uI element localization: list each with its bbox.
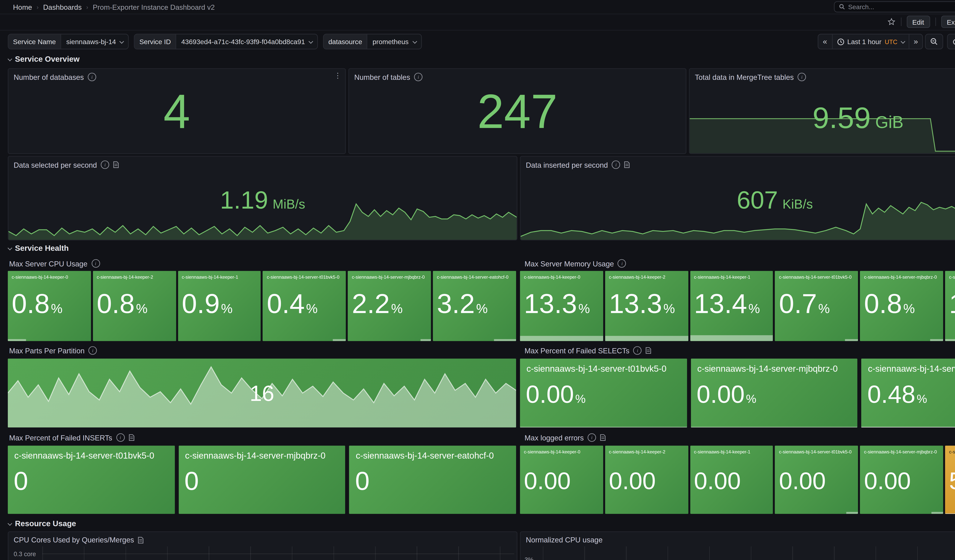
breadcrumb-home[interactable]: Home xyxy=(13,3,32,11)
chevron-down-icon xyxy=(120,39,124,43)
stat-tile[interactable]: c-siennaaws-bj-14-keeper-2 0.00 xyxy=(605,446,688,514)
divider xyxy=(935,17,936,26)
variable-value: siennaaws-bj-14 xyxy=(66,38,116,45)
stat-tile[interactable]: c-siennaaws-bj-14-server-eatohcf-0 0 xyxy=(349,446,516,514)
export-button[interactable]: Export xyxy=(941,16,955,28)
timezone-label: UTC xyxy=(885,38,897,45)
parts-per-partition-tile[interactable]: 16 xyxy=(8,359,516,428)
panel-title[interactable]: Total data in MergeTree tables xyxy=(695,73,794,81)
panel-number-of-databases: Number of databasesi ⋮ 4 xyxy=(8,68,346,154)
info-icon: i xyxy=(612,160,620,169)
tile-label: c-siennaaws-bj-14-keeper-2 xyxy=(93,271,176,280)
stat-tile[interactable]: c-siennaaws-bj-14-server-t01bvk5-0 0.7% xyxy=(775,271,858,341)
stat-value: 607 KiB/s xyxy=(521,188,955,213)
stat-tile[interactable]: c-siennaaws-bj-14-server-mjbqbrz-0 0.00% xyxy=(690,359,857,428)
edit-button[interactable]: Edit xyxy=(906,16,930,28)
panel-title-max-cpu[interactable]: Max Server CPU Usagei xyxy=(9,259,100,267)
tile-label: c-siennaaws-bj-14-keeper-1 xyxy=(178,271,261,280)
breadcrumb-separator-icon: › xyxy=(37,4,39,10)
time-range-picker[interactable]: Last 1 hour UTC xyxy=(831,34,908,49)
stat-tile[interactable]: c-siennaaws-bj-14-keeper-1 13.4% xyxy=(690,271,773,341)
stat-tile[interactable]: c-siennaaws-bj-14-keeper-0 13.3% xyxy=(520,271,603,341)
cpu-usage-tiles: c-siennaaws-bj-14-keeper-0 0.8% c-sienna… xyxy=(8,271,516,341)
panel-title[interactable]: Number of tables xyxy=(354,73,410,81)
section-service-health[interactable]: Service Health xyxy=(8,244,69,253)
panel-title-max-memory[interactable]: Max Server Memory Usagei xyxy=(524,259,626,267)
tile-label: c-siennaaws-bj-14-server-eatohcf-0 xyxy=(433,271,516,280)
chevron-down-icon xyxy=(8,56,12,61)
panel-links-icon[interactable] xyxy=(624,161,630,168)
panel-title[interactable]: Normalized CPU usage xyxy=(526,536,603,544)
tile-label: c-siennaaws-bj-14-server-mjbqbrz-0 xyxy=(178,446,345,462)
info-icon: i xyxy=(88,346,97,355)
info-icon: i xyxy=(414,73,423,81)
stat-tile[interactable]: c-siennaaws-bj-14-keeper-1 0.00 xyxy=(690,446,773,514)
tile-label: c-siennaaws-bj-14-server-mjbqbrz-0 xyxy=(860,446,943,455)
tile-label: c-siennaaws-bj-14-server-mjbqbrz-0 xyxy=(860,271,943,280)
tile-label: c-siennaaws-bj-14-server-t01bvk5-0 xyxy=(775,446,858,455)
tile-label: c-siennaaws-bj-14-server-eatohcf-0 xyxy=(945,271,955,280)
panel-title[interactable]: CPU Cores Used by Queries/Merges xyxy=(14,536,134,544)
stat-tile[interactable]: c-siennaaws-bj-14-server-eatohcf-0 1.4% xyxy=(945,271,955,341)
refresh-button[interactable]: Refresh xyxy=(948,34,955,49)
panel-title[interactable]: Data selected per second xyxy=(14,161,97,169)
stat-tile[interactable]: c-siennaaws-bj-14-server-t01bvk5-0 0.00% xyxy=(520,359,687,428)
panel-links-icon[interactable] xyxy=(600,434,606,441)
tile-sparkline xyxy=(333,339,346,341)
stat-value: 247 xyxy=(349,69,686,153)
tile-label: c-siennaaws-bj-14-keeper-2 xyxy=(605,446,688,455)
time-shift-back-button[interactable]: « xyxy=(818,34,831,49)
section-resource-usage[interactable]: Resource Usage xyxy=(8,519,76,528)
stat-tile[interactable]: c-siennaaws-bj-14-server-mjbqbrz-0 2.2% xyxy=(348,271,431,341)
stat-tile[interactable]: c-siennaaws-bj-14-keeper-1 0.9% xyxy=(178,271,261,341)
tile-sparkline xyxy=(847,512,858,514)
breadcrumb-dashboards[interactable]: Dashboards xyxy=(43,3,82,11)
stat-tile[interactable]: c-siennaaws-bj-14-server-mjbqbrz-0 0 xyxy=(178,446,345,514)
time-zoom-out-button[interactable] xyxy=(926,34,942,49)
time-shift-forward-button[interactable]: » xyxy=(908,34,922,49)
stat-tile[interactable]: c-siennaaws-bj-14-server-t01bvk5-0 0.00 xyxy=(775,446,858,514)
variable-service-name[interactable]: Service Name siennaaws-bj-14 xyxy=(8,34,129,50)
stat-tile[interactable]: c-siennaaws-bj-14-server-eatohcf-0 0.48% xyxy=(861,359,955,428)
variable-datasource[interactable]: datasource prometheus xyxy=(323,34,421,50)
stat-tile[interactable]: c-siennaaws-bj-14-keeper-2 13.3% xyxy=(605,271,688,341)
stat-tile[interactable]: c-siennaaws-bj-14-server-mjbqbrz-0 0.8% xyxy=(860,271,943,341)
stat-tile[interactable]: c-siennaaws-bj-14-keeper-0 0.8% xyxy=(8,271,91,341)
stat-tile[interactable]: c-siennaaws-bj-14-server-t01bvk5-0 0.4% xyxy=(263,271,346,341)
stat-tile[interactable]: c-siennaaws-bj-14-server-eatohcf-0 3.2% xyxy=(433,271,516,341)
tile-label: c-siennaaws-bj-14-server-eatohcf-0 xyxy=(349,446,516,462)
stat-tile[interactable]: c-siennaaws-bj-14-keeper-2 0.8% xyxy=(93,271,176,341)
panel-links-icon[interactable] xyxy=(646,347,652,354)
chart-gridlines xyxy=(42,546,515,560)
chevron-down-icon xyxy=(8,521,12,526)
panel-links-icon[interactable] xyxy=(128,434,135,441)
panel-links-icon[interactable] xyxy=(113,161,119,168)
stat-tile[interactable]: c-siennaaws-bj-14-server-mjbqbrz-0 0.00 xyxy=(860,446,943,514)
panel-title[interactable]: Number of databases xyxy=(14,73,84,81)
section-service-overview[interactable]: Service Overview xyxy=(8,55,80,64)
panel-total-data-mergetree: Total data in MergeTree tablesi 9.59 GiB xyxy=(689,68,955,154)
stat-tile[interactable]: c-siennaaws-bj-14-server-t01bvk5-0 0 xyxy=(8,446,175,514)
zoom-out-icon xyxy=(930,38,938,45)
panel-data-selected: Data selected per second i 1.19 MiB/s xyxy=(8,156,517,240)
panel-title-failed-selects[interactable]: Max Percent of Failed SELECTsi xyxy=(524,346,651,355)
tile-sparkline xyxy=(861,359,955,428)
tile-label: c-siennaaws-bj-14-server-mjbqbrz-0 xyxy=(690,359,857,375)
panel-title-max-parts[interactable]: Max Parts Per Partitioni xyxy=(9,346,97,355)
tile-label: c-siennaaws-bj-14-server-t01bvk5-0 xyxy=(263,271,346,280)
panel-links-icon[interactable] xyxy=(138,536,144,543)
panel-title[interactable]: Data inserted per second xyxy=(526,161,608,169)
stat-tile[interactable]: c-siennaaws-bj-14-keeper-0 0.00 xyxy=(520,446,603,514)
panel-title-failed-inserts[interactable]: Max Percent of Failed INSERTsi xyxy=(9,433,135,442)
chevron-down-icon xyxy=(308,39,313,43)
variable-service-id[interactable]: Service ID 43693ed4-a71c-43fc-93f9-f04a0… xyxy=(134,34,318,50)
panel-data-inserted: Data inserted per second i 607 KiB/s xyxy=(520,156,955,240)
breadcrumb-separator-icon: › xyxy=(86,4,88,10)
favorite-star-icon[interactable] xyxy=(887,17,896,26)
search-input[interactable]: Search... ⌘+k xyxy=(834,2,955,13)
tile-sparkline xyxy=(945,339,955,341)
tile-sparkline xyxy=(932,512,943,514)
chevron-down-icon xyxy=(8,246,12,250)
stat-tile-alert[interactable]: c-siennaaws-bj-14-server-eatohcf-0 5.00 xyxy=(945,446,955,514)
panel-title-logged-errors[interactable]: Max logged errorsi xyxy=(524,433,606,442)
